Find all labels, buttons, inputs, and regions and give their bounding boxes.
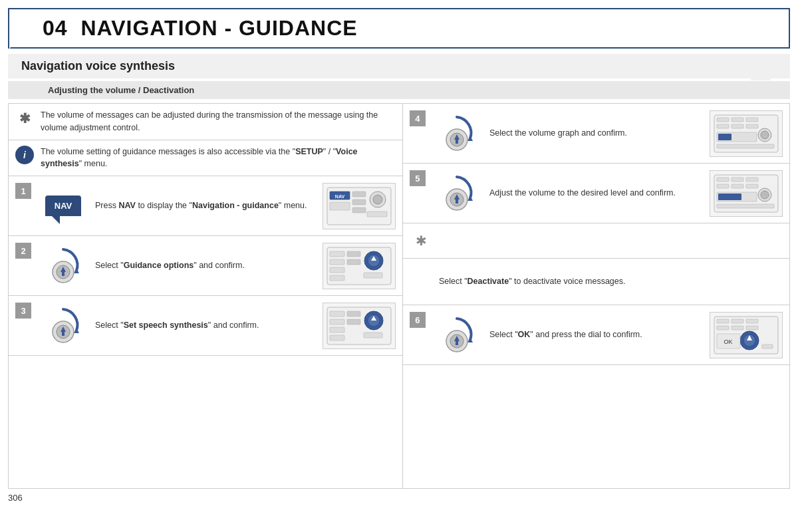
svg-rect-56 <box>718 134 732 140</box>
svg-rect-81 <box>456 341 458 345</box>
step-3-image <box>323 303 396 349</box>
svg-rect-68 <box>746 178 758 182</box>
svg-rect-2 <box>330 202 350 210</box>
dial-icon-6 <box>436 313 479 356</box>
svg-rect-34 <box>330 319 344 325</box>
svg-point-75 <box>761 191 769 199</box>
page-header: 04 NAVIGATION - GUIDANCE <box>8 8 790 49</box>
step-4-image <box>710 110 783 157</box>
svg-rect-19 <box>330 267 344 273</box>
svg-rect-35 <box>330 327 344 332</box>
radio-unit-1: NAV <box>326 186 392 226</box>
dial-icon-5 <box>436 172 479 215</box>
nav-button: NAV <box>45 196 81 216</box>
info-text-2: The volume setting of guidance messages … <box>41 146 396 171</box>
svg-rect-42 <box>364 332 382 338</box>
svg-rect-59 <box>717 144 774 148</box>
step-2-row: 2 Select "Guidance options" and confirm. <box>9 236 402 296</box>
step-1-text: Press NAV to display the "Navigation - g… <box>95 200 317 212</box>
step-4-icon <box>431 112 484 155</box>
step-6-icon <box>431 313 484 356</box>
svg-rect-21 <box>347 251 360 257</box>
step-6-image: OK <box>710 312 783 358</box>
svg-rect-3 <box>352 192 366 197</box>
step-3-row: 3 Select "Set speech synthesis" and conf… <box>9 296 402 356</box>
svg-rect-50 <box>732 118 743 122</box>
svg-text:OK: OK <box>724 338 732 345</box>
step-1-row: 1 NAV Press NAV to display the "Navigati… <box>9 176 402 236</box>
step-4-text: Select the volume graph and confirm. <box>489 127 704 140</box>
page-number: 306 <box>8 493 23 503</box>
deactivate-sun-icon: ✱ <box>410 229 434 253</box>
step-5-text: Adjust the volume to the desired level a… <box>489 187 704 200</box>
svg-rect-49 <box>717 118 729 122</box>
svg-rect-54 <box>746 124 758 128</box>
radio-unit-3 <box>326 306 392 346</box>
svg-rect-64 <box>456 200 458 203</box>
step-4-number: 4 <box>410 110 426 126</box>
info-icon: i <box>15 146 34 164</box>
svg-rect-51 <box>746 118 758 122</box>
radio-unit-5 <box>713 174 779 213</box>
left-column: ✱ The volume of messages can be adjusted… <box>8 103 402 489</box>
step-3-number: 3 <box>15 303 31 319</box>
svg-rect-88 <box>746 326 758 330</box>
svg-rect-69 <box>717 184 729 188</box>
svg-rect-66 <box>717 178 729 182</box>
info-row-i: i The volume setting of guidance message… <box>9 140 402 177</box>
svg-rect-70 <box>732 184 743 188</box>
step-5-row: 5 Adjust the volume to the desired level… <box>403 164 789 223</box>
svg-rect-86 <box>717 326 729 330</box>
svg-rect-87 <box>732 326 743 330</box>
svg-rect-73 <box>718 194 741 200</box>
svg-point-7 <box>373 195 382 204</box>
svg-point-58 <box>761 131 769 139</box>
info-row-sun: ✱ The volume of messages can be adjusted… <box>9 104 402 140</box>
step-2-number: 2 <box>15 243 31 259</box>
step-6-number: 6 <box>410 312 426 328</box>
deactivate-text-row: Select "Deactivate" to deactivate voice … <box>403 259 789 305</box>
step-1-icon: NAV <box>37 196 90 216</box>
dial-icon-4 <box>436 112 479 155</box>
info-text-1: The volume of messages can be adjusted d… <box>41 109 396 134</box>
svg-text:NAV: NAV <box>335 194 345 199</box>
deactivate-text: Select "Deactivate" to deactivate voice … <box>439 275 783 288</box>
svg-rect-18 <box>330 259 344 265</box>
svg-rect-33 <box>330 311 344 317</box>
svg-rect-47 <box>456 140 458 144</box>
step-3-icon <box>37 304 90 347</box>
step-6-row: 6 Select "OK" and press the dial to conf… <box>403 305 789 365</box>
step-5-icon <box>431 172 484 215</box>
radio-unit-2 <box>326 246 392 286</box>
deactivate-icon-row: ✱ <box>403 223 789 259</box>
radio-unit-6: OK <box>713 315 779 355</box>
footer: 306 <box>8 493 790 503</box>
svg-rect-31 <box>62 332 65 336</box>
svg-rect-5 <box>352 207 366 213</box>
step-1-image: NAV <box>323 183 396 229</box>
svg-rect-38 <box>347 319 360 325</box>
svg-rect-85 <box>746 319 758 323</box>
sub-header-text: Adjusting the volume / Deactivation <box>48 85 194 95</box>
svg-rect-76 <box>717 204 774 208</box>
svg-rect-17 <box>330 251 344 257</box>
step-2-icon <box>37 244 90 287</box>
step-3-text: Select "Set speech synthesis" and confir… <box>95 319 317 332</box>
sun-icon: ✱ <box>15 109 34 128</box>
step-2-image <box>323 243 396 289</box>
svg-rect-84 <box>732 319 743 323</box>
sub-header: Adjusting the volume / Deactivation <box>8 81 790 99</box>
svg-rect-26 <box>364 273 382 278</box>
section-header: Navigation voice synthesis <box>8 54 790 78</box>
step-4-row: 4 Select the volume graph and confirm. <box>403 104 789 164</box>
svg-rect-83 <box>717 319 729 323</box>
svg-rect-20 <box>330 275 344 281</box>
dial-icon-2 <box>42 244 85 287</box>
svg-rect-8 <box>367 211 387 217</box>
step-5-image <box>710 170 783 217</box>
dial-icon-3 <box>42 304 85 347</box>
svg-rect-22 <box>347 259 360 265</box>
step-6-text: Select "OK" and press the dial to confir… <box>489 329 704 341</box>
svg-rect-94 <box>762 344 773 348</box>
step-5-number: 5 <box>410 170 426 186</box>
